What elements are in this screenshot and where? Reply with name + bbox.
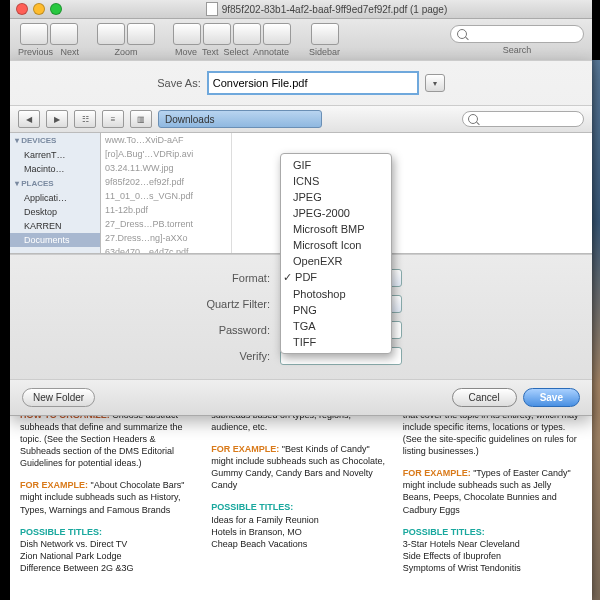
- preview-window: 9f85f202-83b1-4af2-baaf-9ff9ed7ef92f.pdf…: [10, 0, 592, 600]
- quartz-filter-label: Quartz Filter:: [10, 298, 280, 310]
- annotate-tool-button[interactable]: [263, 23, 291, 45]
- close-button[interactable]: [16, 3, 28, 15]
- file-item[interactable]: 27_Dress…PB.torrent: [101, 217, 231, 231]
- pdf-doc-icon: [206, 2, 218, 16]
- search-icon: [457, 29, 467, 39]
- window-title: 9f85f202-83b1-4af2-baaf-9ff9ed7ef92f.pdf…: [222, 4, 448, 15]
- back-button[interactable]: ◀: [18, 110, 40, 128]
- prev-page-button[interactable]: [20, 23, 48, 45]
- file-item[interactable]: 11_01_0…s_VGN.pdf: [101, 189, 231, 203]
- file-column: www.To…XviD-aAF [ro]A.Bug'…VDRip.avi 03.…: [101, 133, 232, 253]
- icon-view-button[interactable]: ☷: [74, 110, 96, 128]
- column-view-button[interactable]: ▥: [130, 110, 152, 128]
- format-option-jpeg2000[interactable]: JPEG-2000: [281, 205, 391, 221]
- format-label: Format:: [10, 272, 280, 284]
- format-option-icns[interactable]: ICNS: [281, 173, 391, 189]
- format-option-photoshop[interactable]: Photoshop: [281, 286, 391, 302]
- file-item[interactable]: 9f85f202…ef92f.pdf: [101, 175, 231, 189]
- filename-input[interactable]: [207, 71, 419, 95]
- format-option-tiff[interactable]: TIFF: [281, 334, 391, 350]
- forward-button[interactable]: ▶: [46, 110, 68, 128]
- sidebar-place-item[interactable]: Applicati…: [10, 191, 100, 205]
- save-as-label: Save As:: [157, 77, 200, 89]
- next-page-button[interactable]: [50, 23, 78, 45]
- format-option-png[interactable]: PNG: [281, 302, 391, 318]
- sidebar-toggle-button[interactable]: [311, 23, 339, 45]
- places-sidebar: ▾ DEVICES KarrenT… Macinto… ▾ PLACES App…: [10, 133, 101, 253]
- verify-label: Verify:: [10, 350, 280, 362]
- search-icon: [468, 114, 478, 124]
- format-option-pdf[interactable]: PDF: [281, 269, 391, 286]
- file-browser-search[interactable]: [462, 111, 584, 127]
- password-label: Password:: [10, 324, 280, 336]
- cancel-button[interactable]: Cancel: [452, 388, 517, 407]
- format-option-icon[interactable]: Microsoft Icon: [281, 237, 391, 253]
- sidebar-device-item[interactable]: KarrenT…: [10, 148, 100, 162]
- text-tool-button[interactable]: [203, 23, 231, 45]
- move-tool-button[interactable]: [173, 23, 201, 45]
- file-item[interactable]: www.To…XviD-aAF: [101, 133, 231, 147]
- toolbar-search-input[interactable]: [450, 25, 584, 43]
- zoom-in-button[interactable]: [127, 23, 155, 45]
- sidebar-device-item[interactable]: Macinto…: [10, 162, 100, 176]
- sidebar-place-item[interactable]: KARREN: [10, 219, 100, 233]
- format-menu-open: GIF ICNS JPEG JPEG-2000 Microsoft BMP Mi…: [280, 153, 392, 354]
- select-tool-button[interactable]: [233, 23, 261, 45]
- file-item[interactable]: 11-12b.pdf: [101, 203, 231, 217]
- save-button[interactable]: Save: [523, 388, 580, 407]
- preview-toolbar: Previous Next Zoom Move Text Select Anno…: [10, 19, 592, 62]
- sidebar-place-item[interactable]: Documents: [10, 233, 100, 247]
- expand-collapse-button[interactable]: ▾: [425, 74, 445, 92]
- format-option-openexr[interactable]: OpenEXR: [281, 253, 391, 269]
- format-option-jpeg[interactable]: JPEG: [281, 189, 391, 205]
- zoom-button[interactable]: [50, 3, 62, 15]
- file-item[interactable]: [ro]A.Bug'…VDRip.avi: [101, 147, 231, 161]
- new-folder-button[interactable]: New Folder: [22, 388, 95, 407]
- save-dialog: Save As: ▾ ◀ ▶ ☷ ≡ ▥ Downloads ▾ DEVICES…: [10, 60, 592, 416]
- zoom-out-button[interactable]: [97, 23, 125, 45]
- location-popup[interactable]: Downloads: [158, 110, 322, 128]
- format-option-tga[interactable]: TGA: [281, 318, 391, 334]
- file-item[interactable]: 27.Dress…ng]-aXXo: [101, 231, 231, 245]
- sidebar-place-item[interactable]: Desktop: [10, 205, 100, 219]
- format-option-gif[interactable]: GIF: [281, 157, 391, 173]
- list-view-button[interactable]: ≡: [102, 110, 124, 128]
- format-option-bmp[interactable]: Microsoft BMP: [281, 221, 391, 237]
- minimize-button[interactable]: [33, 3, 45, 15]
- window-titlebar: 9f85f202-83b1-4af2-baaf-9ff9ed7ef92f.pdf…: [10, 0, 592, 19]
- file-item[interactable]: 63de470…e4d7c.pdf: [101, 245, 231, 253]
- file-item[interactable]: 03.24.11.WW.jpg: [101, 161, 231, 175]
